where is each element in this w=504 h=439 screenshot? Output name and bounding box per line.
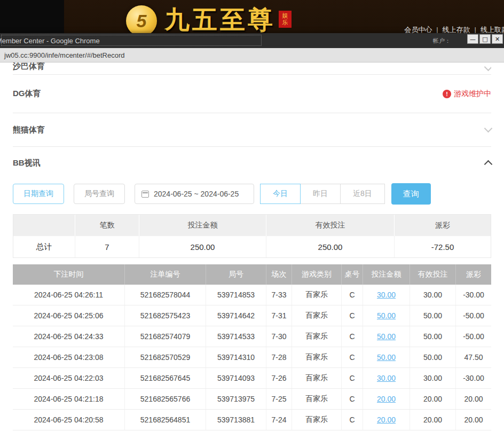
date-query-tab[interactable]: 日期查询 bbox=[13, 184, 64, 204]
last-8-days-button[interactable]: 近8日 bbox=[340, 184, 385, 204]
nav-online-withdraw[interactable]: 线上取款 bbox=[481, 26, 504, 34]
cell-round: 539713881 bbox=[206, 410, 266, 430]
cell-session: 7-30 bbox=[266, 326, 292, 347]
cell-game: 百家乐 bbox=[292, 410, 342, 430]
url-bar[interactable]: jw05.cc:9900/infe/mcenter/#/betRecord bbox=[0, 48, 504, 62]
cell-round: 539714642 bbox=[206, 305, 266, 326]
window-controls: — □ ✕ bbox=[467, 34, 503, 44]
cell-time: 2024-06-25 04:23:08 bbox=[13, 347, 125, 367]
cell-session: 7-33 bbox=[266, 285, 292, 305]
maintenance-status: ! 游戏维护中 bbox=[443, 89, 491, 99]
browser-title-bar[interactable]: Member Center - Google Chrome 帐户： — □ ✕ bbox=[0, 33, 504, 48]
total-valid: 250.00 bbox=[266, 236, 395, 257]
browser-window: Member Center - Google Chrome 帐户： — □ ✕ … bbox=[0, 33, 504, 439]
cell-time: 2024-06-25 04:21:18 bbox=[13, 389, 125, 409]
maintenance-text: 游戏维护中 bbox=[454, 89, 491, 99]
bet-amount-link[interactable]: 50.00 bbox=[377, 353, 396, 362]
section-label: 熊猫体育 bbox=[13, 125, 45, 135]
filter-toolbar: 日期查询 局号查询 2024-06-25 ~ 2024-06-25 今日 昨日 … bbox=[13, 183, 491, 205]
bet-amount-link[interactable]: 30.00 bbox=[377, 374, 396, 382]
summary-col-bet: 投注金额 bbox=[139, 215, 266, 236]
table-row: 2024-06-25 04:20:58 521682564851 5397138… bbox=[13, 410, 491, 430]
cell-session: 7-28 bbox=[266, 347, 292, 367]
close-button[interactable]: ✕ bbox=[492, 34, 503, 44]
section-saba-sports[interactable]: 沙巴体育 bbox=[13, 62, 491, 75]
date-range-value: 2024-06-25 ~ 2024-06-25 bbox=[154, 190, 239, 198]
col-game-type: 游戏类别 bbox=[292, 264, 342, 285]
total-payout: -72.50 bbox=[395, 236, 491, 257]
cell-valid: 50.00 bbox=[410, 347, 456, 367]
cell-valid: 20.00 bbox=[410, 389, 456, 409]
cell-order: 521682564851 bbox=[125, 410, 206, 430]
account-hint: 帐户： bbox=[433, 37, 451, 45]
cell-valid: 30.00 bbox=[410, 285, 456, 305]
summary-col-blank bbox=[13, 215, 75, 236]
quick-date-group: 今日 昨日 近8日 bbox=[261, 184, 385, 204]
cell-valid: 50.00 bbox=[410, 305, 456, 326]
nav-member-center[interactable]: 会员中心 bbox=[404, 26, 432, 34]
section-label: BB视讯 bbox=[13, 158, 41, 168]
table-row: 2024-06-25 04:24:33 521682574079 5397145… bbox=[13, 326, 491, 347]
cell-game: 百家乐 bbox=[292, 326, 342, 347]
screen: 5 九五至尊 娱 乐 会员中心|线上存款|线上取款 Member Center … bbox=[0, 0, 504, 439]
section-dg-sports[interactable]: DG体育 ! 游戏维护中 bbox=[13, 75, 491, 113]
search-button[interactable]: 查询 bbox=[391, 183, 431, 205]
cell-game: 百家乐 bbox=[292, 389, 342, 409]
cell-order: 521682570529 bbox=[125, 347, 206, 367]
cell-session: 7-25 bbox=[266, 389, 292, 409]
calendar-icon bbox=[141, 191, 149, 198]
bet-amount-link[interactable]: 50.00 bbox=[377, 311, 396, 320]
total-label: 总计 bbox=[13, 236, 75, 257]
date-range-input[interactable]: 2024-06-25 ~ 2024-06-25 bbox=[135, 184, 254, 204]
cell-payout: 20.00 bbox=[456, 389, 491, 409]
table-row: 2024-06-25 04:22:03 521682567645 5397140… bbox=[13, 368, 491, 389]
col-payout: 派彩 bbox=[456, 264, 491, 285]
cell-table: C bbox=[342, 326, 363, 347]
cell-table: C bbox=[342, 410, 363, 430]
cell-payout: 20.00 bbox=[456, 410, 491, 430]
yesterday-button[interactable]: 昨日 bbox=[300, 184, 341, 204]
cell-session: 7-31 bbox=[266, 305, 292, 326]
maximize-button[interactable]: □ bbox=[479, 34, 491, 44]
round-query-tab[interactable]: 局号查询 bbox=[74, 184, 125, 204]
cell-session: 7-26 bbox=[266, 368, 292, 388]
section-bb-video[interactable]: BB视讯 bbox=[13, 147, 491, 179]
col-bet-amount: 投注金额 bbox=[363, 264, 410, 285]
summary-table: 笔数 投注金额 有效投注 派彩 总计 7 250.00 250.00 -72.5… bbox=[13, 214, 491, 258]
section-panda-sports[interactable]: 熊猫体育 bbox=[13, 113, 491, 147]
cell-round: 539714093 bbox=[206, 368, 266, 388]
cell-valid: 50.00 bbox=[410, 326, 456, 347]
minimize-button[interactable]: — bbox=[467, 34, 478, 44]
cell-order: 521682578044 bbox=[125, 285, 206, 305]
table-row: 2024-06-25 04:26:11 521682578044 5397148… bbox=[13, 285, 491, 305]
bet-amount-link[interactable]: 30.00 bbox=[377, 291, 396, 299]
chevron-down-icon bbox=[484, 63, 491, 72]
bet-amount-link[interactable]: 20.00 bbox=[377, 395, 396, 403]
nav-separator: | bbox=[436, 26, 438, 34]
cell-payout: -30.00 bbox=[456, 368, 491, 388]
table-row: 2024-06-25 04:23:08 521682570529 5397143… bbox=[13, 347, 491, 368]
cell-table: C bbox=[342, 389, 363, 409]
nav-separator: | bbox=[475, 26, 476, 34]
cell-round: 539714853 bbox=[206, 285, 266, 305]
cell-payout: -50.00 bbox=[456, 305, 491, 326]
site-logo: 5 九五至尊 娱 乐 bbox=[126, 2, 292, 37]
cell-payout: -30.00 bbox=[456, 285, 491, 305]
today-button[interactable]: 今日 bbox=[260, 184, 301, 204]
col-order-no: 注单编号 bbox=[125, 264, 206, 285]
col-valid-bet: 有效投注 bbox=[410, 264, 456, 285]
bet-amount-link[interactable]: 20.00 bbox=[377, 416, 396, 424]
bet-amount-link[interactable]: 50.00 bbox=[377, 332, 396, 341]
summary-col-payout: 派彩 bbox=[395, 215, 491, 236]
total-bet: 250.00 bbox=[139, 236, 266, 257]
logo-badge: 娱 乐 bbox=[279, 11, 292, 28]
table-row: 2024-06-25 04:25:06 521682575423 5397146… bbox=[13, 305, 491, 326]
cell-round: 539714310 bbox=[206, 347, 266, 367]
nav-online-deposit[interactable]: 线上存款 bbox=[443, 26, 470, 34]
cell-order: 521682575423 bbox=[125, 305, 206, 326]
window-title: Member Center - Google Chrome bbox=[0, 37, 100, 45]
chevron-up-icon bbox=[484, 160, 493, 169]
bets-table-header: 下注时间 注单编号 局号 场次 游戏类别 桌号 投注金额 有效投注 派彩 bbox=[13, 264, 491, 285]
chevron-down-icon bbox=[484, 124, 493, 133]
summary-col-count: 笔数 bbox=[75, 215, 139, 236]
